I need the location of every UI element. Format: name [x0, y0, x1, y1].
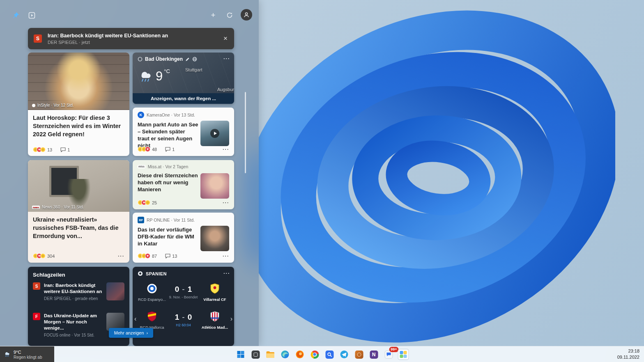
- play-icon: [210, 129, 219, 138]
- file-explorer-icon[interactable]: [265, 349, 276, 360]
- widget-menu-icon[interactable]: ···: [223, 55, 230, 62]
- reactions[interactable]: ☺♥☺ 25: [138, 200, 157, 205]
- espanyol-crest-icon: [147, 283, 157, 294]
- taskbar-weather-button[interactable]: 9°C Regen klingt ab: [0, 346, 54, 362]
- search-tool-icon[interactable]: [324, 349, 335, 360]
- profile-avatar[interactable]: [241, 9, 252, 21]
- spiegel-logo-icon: S: [34, 34, 42, 43]
- focus-logo-icon: F: [33, 313, 40, 320]
- comment-count: 1: [67, 147, 70, 152]
- sports-league-title: SPANIEN: [146, 271, 167, 276]
- telegram-icon[interactable]: [339, 349, 350, 360]
- article-thumbnail: [200, 173, 229, 199]
- news-card-horoskop[interactable]: InStyle · Vor 12 Std. Laut Horoskop: Für…: [28, 53, 129, 156]
- weather-widget[interactable]: Stuttgart Augsburg Bad Überkingen ··· 9°…: [133, 53, 234, 104]
- onenote-icon[interactable]: N: [368, 349, 380, 360]
- map-label: Stuttgart: [185, 67, 202, 72]
- firefox-browser-icon[interactable]: [294, 349, 306, 360]
- instyle-logo-icon: [32, 104, 35, 107]
- news-card-miss[interactable]: miss Miss.at · Vor 2 Tagen Diese drei St…: [133, 160, 234, 209]
- add-widget-button[interactable]: +: [208, 10, 218, 21]
- match-row[interactable]: RCD Mallorca 1-0 H2 60:04 Atlético Mad..…: [137, 311, 230, 330]
- news-card-ukraine[interactable]: news News 360 · Vor 11 Std. Ukraine «neu…: [28, 160, 129, 263]
- edit-pencil-icon[interactable]: [185, 57, 190, 62]
- article-meta: Miss.at · Vor 2 Tagen: [148, 164, 188, 169]
- widget-menu-icon[interactable]: ···: [223, 270, 230, 276]
- notification-banner[interactable]: S Iran: Baerbock kündigt weitere EU-Sank…: [28, 28, 234, 49]
- article-meta: News 360 · Vor 11 Std.: [42, 205, 84, 209]
- match-status: H2 60:04: [167, 323, 200, 327]
- article-meta: InStyle · Vor 12 Std.: [37, 103, 74, 108]
- match-score: 0-1: [167, 285, 200, 294]
- headline-source: DER SPIEGEL · gerade eben: [44, 296, 105, 301]
- headline-item[interactable]: S Iran: Baerbock kündigt weitere EU-Sank…: [33, 282, 124, 301]
- show-more-button[interactable]: Mehr anzeigen›: [109, 328, 153, 338]
- reactions[interactable]: ☺♥☺ 13: [33, 147, 52, 152]
- card-menu-icon[interactable]: ···: [118, 253, 124, 259]
- comment-count: 1: [172, 147, 175, 152]
- tray-date: 09.11.2022: [617, 354, 639, 360]
- reactions[interactable]: ☺☺♥ 87: [138, 253, 157, 259]
- headline-title: Das Ukraine-Update am Morgen – Nur noch …: [44, 313, 105, 331]
- away-team-name: Atlético Mad...: [200, 325, 230, 330]
- location-icon: [138, 57, 143, 62]
- close-icon[interactable]: ×: [223, 34, 228, 43]
- edge-browser-icon[interactable]: [280, 349, 291, 360]
- media-tab-icon[interactable]: [26, 10, 37, 21]
- article-title: Das ist der vorläufige DFB-Kader für die…: [133, 223, 203, 247]
- taskbar-weather-desc: Regen klingt ab: [14, 355, 42, 360]
- home-team-name: RCD Espanyo...: [137, 297, 167, 302]
- comments-button[interactable]: 1: [165, 147, 175, 152]
- chevron-right-icon: ›: [147, 330, 148, 335]
- comments-button[interactable]: 13: [165, 254, 177, 259]
- reaction-count: 25: [152, 200, 157, 205]
- widgets-button-active[interactable]: [398, 349, 409, 360]
- chat-app-icon[interactable]: 99+: [383, 349, 394, 360]
- photos-app-icon[interactable]: [354, 349, 365, 360]
- headline-thumbnail: [106, 282, 124, 300]
- headlines-title: Schlagzeilen: [28, 267, 129, 278]
- notification-source: DER SPIEGEL · jetzt: [48, 40, 223, 45]
- video-thumbnail[interactable]: [200, 121, 229, 146]
- comments-button[interactable]: 1: [60, 147, 70, 152]
- card-menu-icon[interactable]: ···: [223, 253, 229, 259]
- card-menu-icon[interactable]: ···: [223, 146, 229, 152]
- reaction-count: 13: [47, 147, 52, 152]
- globe-icon[interactable]: [192, 57, 197, 62]
- reactions[interactable]: ☺☺♥ 48: [138, 147, 157, 152]
- taskbar-app-icons: N 99+: [235, 346, 409, 362]
- chevron-right-icon[interactable]: ›: [230, 315, 232, 323]
- card-menu-icon[interactable]: ···: [223, 199, 229, 206]
- start-button[interactable]: [235, 349, 246, 360]
- wallpaper-bloom: [246, 8, 615, 362]
- chevron-left-icon[interactable]: ‹: [134, 315, 136, 323]
- reaction-count: 87: [152, 254, 157, 259]
- article-meta: KameraOne · Vor 13 Std.: [147, 112, 195, 117]
- task-view-icon[interactable]: [250, 349, 261, 360]
- panel-scrollbar[interactable]: [245, 92, 246, 173]
- rain-banner[interactable]: Anzeigen, wann der Regen ...: [133, 93, 234, 104]
- pin-tab-icon[interactable]: [11, 10, 21, 21]
- article-title: Laut Horoskop: Für diese 3 Sternzeichen …: [28, 110, 129, 138]
- reaction-count: 304: [47, 254, 55, 259]
- news-card-rponline[interactable]: RP RP ONLINE · Vor 11 Std. Das ist der v…: [133, 213, 234, 263]
- panel-topbar: +: [0, 0, 259, 23]
- article-meta: RP ONLINE · Vor 11 Std.: [147, 218, 195, 222]
- article-image: InStyle · Vor 12 Std.: [28, 53, 129, 110]
- clock-tray[interactable]: 23:18 09.11.2022: [617, 348, 639, 360]
- match-row[interactable]: RCD Espanyo... 0-1 9. Nov. - Beendet Vil…: [137, 283, 230, 302]
- comment-count: 13: [172, 254, 177, 259]
- atletico-crest-icon: [210, 311, 220, 322]
- rponline-logo-icon: RP: [138, 217, 144, 223]
- villarreal-crest-icon: [210, 283, 220, 294]
- match-status: 9. Nov. - Beendet: [167, 295, 200, 299]
- taskbar: 9°C Regen klingt ab: [0, 346, 644, 362]
- weather-location: Bad Überkingen: [145, 56, 183, 62]
- reactions[interactable]: ☺♥☺ 304: [33, 253, 55, 259]
- refresh-button[interactable]: [224, 10, 235, 21]
- widgets-panel: + S Iran: Baerbock kündigt weitere EU-Sa…: [0, 0, 259, 346]
- news-card-kameraone[interactable]: K KameraOne · Vor 13 Std. Mann parkt Aut…: [133, 108, 234, 156]
- notification-title: Iran: Baerbock kündigt weitere EU-Sankti…: [48, 33, 223, 39]
- tray-time: 23:18: [617, 348, 639, 354]
- chrome-browser-icon[interactable]: [309, 349, 320, 360]
